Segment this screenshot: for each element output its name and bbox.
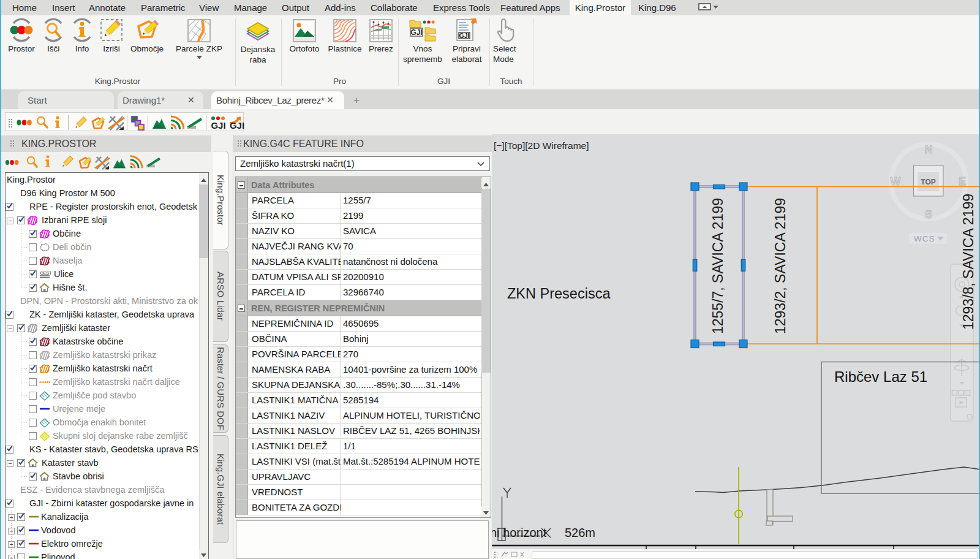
svg-text:E: E [959, 175, 966, 188]
svg-text:WCS: WCS [914, 234, 935, 243]
svg-text:GJI: GJI [230, 120, 244, 131]
svg-text:ZKN Presecisca: ZKN Presecisca [507, 286, 611, 302]
svg-text:[−][Top][2D Wireframe]: [−][Top][2D Wireframe] [494, 140, 589, 151]
svg-text:W: W [891, 175, 901, 188]
svg-text:GJI: GJI [459, 32, 470, 39]
svg-text:ni horizont: ni horizont [492, 526, 547, 539]
svg-text:CEST: CEST [40, 270, 51, 276]
svg-text:Ribčev Laz 51: Ribčev Laz 51 [834, 368, 927, 385]
svg-text:526m: 526m [565, 526, 595, 539]
svg-text:GJI: GJI [211, 120, 225, 131]
svg-text:TOP: TOP [921, 178, 935, 186]
svg-text:N: N [925, 143, 933, 156]
svg-text:1293/8, SAVICA 2199: 1293/8, SAVICA 2199 [960, 194, 976, 330]
svg-text:1293/2, SAVICA 2199: 1293/2, SAVICA 2199 [772, 198, 788, 334]
svg-text:1255/7, SAVICA 2199: 1255/7, SAVICA 2199 [710, 198, 726, 334]
svg-text:GJI: GJI [410, 28, 422, 37]
svg-text:S: S [925, 208, 932, 221]
